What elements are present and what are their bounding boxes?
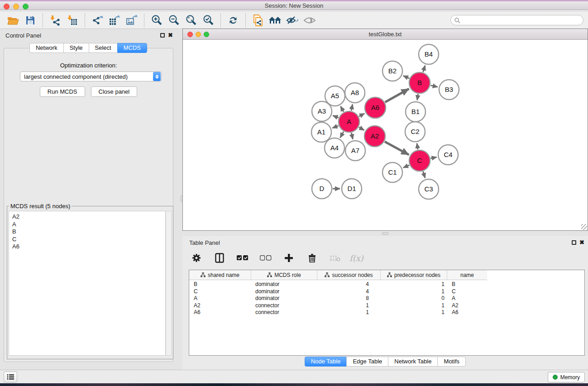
graph-node-D1[interactable]: D1 <box>342 179 362 199</box>
tab-motifs[interactable]: Motifs <box>437 357 466 367</box>
search-input[interactable] <box>462 16 583 24</box>
close-panel-button[interactable]: Close panel <box>91 86 138 97</box>
graph-node-C1[interactable]: C1 <box>382 162 402 182</box>
graph-edge-A-A2[interactable] <box>359 127 364 130</box>
graph-node-C4[interactable]: C4 <box>438 145 458 165</box>
zoom-fit-button[interactable] <box>183 14 199 27</box>
table-cell[interactable]: 4 <box>317 288 381 295</box>
graph-edge-A6-B[interactable] <box>385 89 409 102</box>
table-row[interactable]: Bdominator41B <box>189 281 584 288</box>
open-session-button[interactable] <box>5 14 21 27</box>
table-row[interactable]: Cdominator41C <box>189 288 584 295</box>
search-field[interactable] <box>450 15 583 25</box>
table-cell[interactable]: A2 <box>447 302 487 310</box>
column-header-mcds-role[interactable]: MCDS role <box>251 270 317 280</box>
table-row[interactable]: A6connector11A6 <box>189 309 584 316</box>
export-table-button[interactable] <box>107 14 122 27</box>
function-builder-button[interactable]: f(x) <box>349 253 363 263</box>
float-panel-icon[interactable] <box>160 33 165 38</box>
delete-column-button[interactable] <box>304 251 320 265</box>
network-from-clipboard-button[interactable] <box>250 14 266 27</box>
table-cell[interactable]: A6 <box>447 309 487 316</box>
table-cell[interactable]: 1 <box>381 288 447 295</box>
show-graphics-details-button[interactable] <box>302 14 317 27</box>
tab-style[interactable]: Style <box>63 43 89 53</box>
close-panel-icon[interactable]: ✖ <box>168 32 173 38</box>
zoom-selected-button[interactable] <box>201 14 216 27</box>
zoom-in-button[interactable] <box>149 14 164 27</box>
mcds-result-item[interactable]: A <box>12 221 165 229</box>
graph-edge-A-A8[interactable] <box>351 104 353 110</box>
graph-node-B2[interactable]: B2 <box>382 61 402 81</box>
tab-edge-table[interactable]: Edge Table <box>346 357 388 367</box>
graph-node-C3[interactable]: C3 <box>419 179 439 199</box>
graph-edge-A2-C[interactable] <box>385 142 409 155</box>
column-header-successor-nodes[interactable]: successor nodes <box>317 270 381 280</box>
save-session-button[interactable] <box>23 14 38 27</box>
tab-network[interactable]: Network <box>29 43 63 53</box>
table-cell[interactable]: 1 <box>381 302 447 310</box>
mcds-result-item[interactable]: C <box>12 236 165 243</box>
graph-edge-B-B4[interactable] <box>423 66 425 72</box>
table-cell[interactable]: A <box>447 295 487 302</box>
table-cell[interactable]: dominator <box>251 295 317 302</box>
select-all-columns-button[interactable] <box>235 251 250 265</box>
graph-edge-A-A4[interactable] <box>340 132 344 138</box>
import-table-button[interactable] <box>65 14 80 27</box>
table-cell[interactable]: 1 <box>317 302 381 310</box>
result-list-scrollbar[interactable] <box>166 211 172 356</box>
export-network-button[interactable] <box>90 14 105 27</box>
node-table[interactable]: shared name MCDS role successor nodes pr… <box>189 270 585 356</box>
column-header-name[interactable]: name <box>447 270 487 280</box>
network-graph[interactable]: B4B2BB3A8A5A6A3B1AC2A1A2A4A7C4CC1DD1C3 <box>183 40 588 230</box>
memory-button[interactable]: Memory <box>548 372 585 382</box>
node-table-rows[interactable]: Bdominator41BCdominator41CAdominator80AA… <box>189 281 584 316</box>
table-cell[interactable]: A2 <box>189 302 251 310</box>
import-network-button[interactable] <box>48 14 63 27</box>
task-history-button[interactable] <box>4 372 17 382</box>
run-mcds-button[interactable]: Run MCDS <box>40 86 85 97</box>
column-header-shared-name[interactable]: shared name <box>189 270 251 280</box>
table-row[interactable]: A2connector11A2 <box>189 302 584 310</box>
graph-node-A3[interactable]: A3 <box>312 101 332 121</box>
refresh-button[interactable] <box>225 14 241 27</box>
mcds-result-item[interactable]: B <box>12 228 165 236</box>
graph-edge-B-B2[interactable] <box>403 76 409 78</box>
graph-edge-A-A1[interactable] <box>332 126 338 128</box>
graph-edge-A-A3[interactable] <box>333 115 338 118</box>
tab-select[interactable]: Select <box>89 43 117 53</box>
graph-node-C2[interactable]: C2 <box>405 122 425 142</box>
table-cell[interactable]: B <box>447 281 487 288</box>
show-column-panel-button[interactable] <box>212 251 227 265</box>
delete-table-button[interactable] <box>327 251 343 265</box>
table-cell[interactable]: A <box>189 295 251 302</box>
table-cell[interactable]: dominator <box>251 281 317 288</box>
table-cell[interactable]: 1 <box>381 309 447 316</box>
table-cell[interactable]: connector <box>251 309 317 316</box>
graph-node-A1[interactable]: A1 <box>311 122 331 142</box>
hide-annotations-button[interactable] <box>285 14 300 27</box>
float-table-panel-icon[interactable] <box>572 240 576 245</box>
table-cell[interactable]: connector <box>251 302 317 310</box>
network-canvas[interactable]: B4B2BB3A8A5A6A3B1AC2A1A2A4A7C4CC1DD1C3 <box>183 40 588 230</box>
table-row[interactable]: Adominator80A <box>189 295 584 302</box>
table-cell[interactable]: C <box>447 288 487 295</box>
graph-edge-C-C2[interactable] <box>417 143 418 150</box>
graph-edge-B-B1[interactable] <box>417 94 418 100</box>
tab-mcds[interactable]: MCDS <box>117 43 147 53</box>
graph-node-B3[interactable]: B3 <box>439 80 459 100</box>
table-cell[interactable]: 4 <box>317 281 381 288</box>
mcds-result-item[interactable]: A6 <box>12 243 165 251</box>
graph-node-B1[interactable]: B1 <box>406 102 425 122</box>
graph-edge-C-C3[interactable] <box>423 172 425 178</box>
table-cell[interactable]: 1 <box>317 309 381 316</box>
table-cell[interactable]: 1 <box>381 281 447 288</box>
create-column-button[interactable] <box>281 251 296 265</box>
column-header-predecessor-nodes[interactable]: predecessor nodes <box>381 270 447 280</box>
table-cell[interactable]: 0 <box>381 295 447 302</box>
window-resize-handle[interactable] <box>581 224 587 230</box>
graph-edge-A-A6[interactable] <box>359 114 364 116</box>
home-button[interactable] <box>268 14 283 27</box>
graph-node-B4[interactable]: B4 <box>419 44 439 64</box>
graph-node-A8[interactable]: A8 <box>345 83 365 103</box>
